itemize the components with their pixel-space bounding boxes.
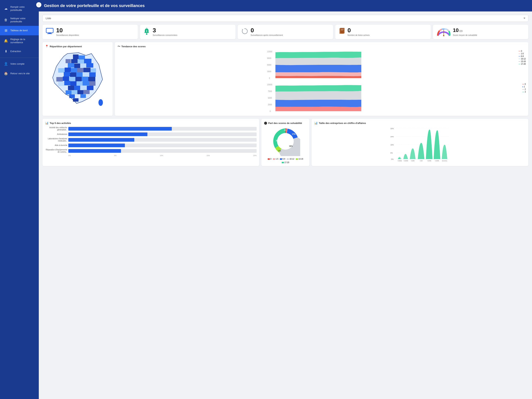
sidebar-toggle-button[interactable]: ‹ (36, 2, 41, 7)
files-icon (339, 27, 345, 35)
svg-rect-21 (74, 63, 80, 68)
page-header: Gestion de votre portefeuille et de vos … (39, 0, 532, 12)
nav-label-extraction: Extraction (10, 50, 21, 53)
donut-title: ⬤ Part des scores de solvabilité (264, 121, 307, 125)
svg-rect-33 (76, 72, 82, 77)
gauge-value: 10 (453, 27, 459, 33)
france-map-svg (45, 50, 110, 109)
trends-card-title: 〜 Tendance des scores (117, 45, 526, 48)
nav-label-fill-portfolio: Remplir votre portefeuille (10, 6, 35, 12)
svg-text:2022-06: 2022-06 (286, 112, 292, 113)
svg-text:36%: 36% (276, 140, 279, 142)
stat-number-active-lists: 0 (348, 27, 370, 33)
map-card-title: 📍 Répartition par département (45, 45, 110, 48)
gauge-svg (436, 27, 451, 37)
svg-text:2022-03: 2022-03 (273, 112, 278, 113)
monitor-icon (46, 28, 54, 35)
bar-fill-0 (68, 127, 172, 131)
sidebar: ‹ ☁ Remplir votre portefeuille🗑 Nettoyer… (0, 0, 39, 399)
stat-icon-surveillances-consumed (143, 28, 150, 36)
svg-text:0%: 0% (391, 158, 394, 160)
legend-score-1-5: 1-5 (521, 53, 524, 55)
donut-color-13-16 (296, 158, 298, 160)
top5-bars: Activité des médecins généraliste.. Ambu… (45, 127, 257, 157)
sidebar-item-back-to-site[interactable]: 🏠 Retour vers le site (0, 69, 39, 78)
svg-rect-47 (89, 81, 95, 86)
svg-point-61 (98, 99, 103, 106)
svg-rect-19 (62, 64, 68, 68)
svg-text:2022-12: 2022-12 (314, 79, 320, 80)
svg-text:2023-12: 2023-12 (359, 79, 364, 80)
svg-text:2023-06: 2023-06 (338, 79, 344, 80)
trends-title-icon: 〜 (117, 45, 120, 48)
donut-title-text: Part des scores de solvabilité (268, 122, 302, 125)
charts-row: 📍 Répartition par département (43, 42, 528, 116)
legend2-score-0: 0 (525, 83, 526, 85)
stat-card-surveillances-renewal: 0 Surveillances après renouvellement (238, 25, 333, 39)
svg-rect-22 (80, 63, 86, 68)
svg-rect-27 (77, 68, 83, 72)
nav-icon-extraction: ⬇ (4, 49, 8, 54)
trends-title-text: Tendance des scores (121, 45, 146, 48)
svg-rect-16 (71, 59, 78, 63)
map-title-icon: 📍 (45, 45, 49, 48)
svg-text:inconnu: inconnu (442, 160, 447, 162)
donut-icon: ⬤ (264, 121, 267, 125)
svg-text:6%: 6% (278, 150, 281, 152)
gauge-max: /20 (459, 30, 462, 32)
nav-label-dashboard: Tableau de bord (10, 29, 27, 32)
svg-text:2022-06: 2022-06 (286, 79, 292, 80)
svg-text:2022-12: 2022-12 (314, 112, 320, 113)
gauge-card: 10 /20 Score moyen de solvabilité (433, 25, 528, 39)
sidebar-item-account[interactable]: 👤 Votre compte (0, 59, 39, 69)
nav-icon-fill-portfolio: ☁ (4, 6, 8, 11)
svg-rect-57 (69, 94, 75, 98)
svg-rect-58 (75, 94, 80, 98)
svg-rect-30 (57, 73, 64, 77)
donut-legend-10-12: 10-12 (287, 158, 294, 160)
legend-score-0: 0 (521, 50, 522, 52)
svg-text:>100M: >100M (403, 160, 408, 162)
svg-rect-2 (47, 33, 52, 34)
svg-text:2023-03: 2023-03 (328, 112, 334, 113)
svg-rect-59 (80, 94, 86, 98)
bar-fill-3 (68, 144, 125, 147)
sidebar-item-fill-portfolio[interactable]: ☁ Remplir votre portefeuille (0, 3, 39, 14)
list-dropdown[interactable]: Liste (43, 15, 528, 22)
donut-color-1-5 (273, 158, 275, 160)
sidebar-item-surveillance-settings[interactable]: 🔔 Réglage de la surveillance (0, 35, 39, 47)
sidebar-item-extraction[interactable]: ⬇ Extraction (0, 47, 39, 56)
svg-rect-40 (82, 77, 88, 81)
svg-rect-55 (77, 90, 83, 94)
sidebar-item-dashboard[interactable]: ⊞ Tableau de bord (0, 26, 39, 35)
svg-rect-35 (89, 72, 96, 77)
svg-rect-17 (78, 59, 84, 63)
svg-text:16%: 16% (391, 144, 394, 146)
content-area: Liste 10 Surveillances disponibles 3 Sur… (39, 12, 532, 399)
svg-rect-29 (90, 68, 96, 73)
donut-legend-1-5: 1-5 (273, 158, 278, 160)
svg-text:24%: 24% (391, 136, 394, 138)
sidebar-item-clean-portfolio[interactable]: 🗑 Nettoyer votre portefeuille (0, 14, 39, 26)
svg-rect-0 (46, 28, 53, 33)
svg-rect-52 (87, 86, 94, 90)
bar-fill-1 (68, 133, 147, 136)
svg-text:10000: 10000 (267, 84, 272, 86)
svg-rect-24 (58, 68, 65, 73)
svg-text:<100K: <100K (435, 160, 439, 162)
donut-color-17-20 (282, 162, 284, 163)
svg-text:2023-09: 2023-09 (348, 79, 354, 80)
svg-rect-28 (83, 68, 90, 72)
svg-rect-44 (70, 81, 76, 86)
svg-rect-45 (76, 81, 82, 86)
svg-rect-50 (74, 86, 80, 90)
legend2-score-3: 3 (525, 91, 526, 93)
top5-title: 📊 Top 5 des activités (45, 121, 257, 125)
svg-text:8%: 8% (391, 152, 393, 154)
svg-text:38%: 38% (289, 145, 293, 147)
svg-point-12 (443, 35, 444, 36)
svg-text:5000: 5000 (268, 97, 272, 99)
svg-rect-23 (86, 63, 93, 68)
bar-label-1: Ambulances (45, 133, 67, 135)
bar-row-2: Laboratoires d'analyses médicales.. (45, 138, 257, 142)
